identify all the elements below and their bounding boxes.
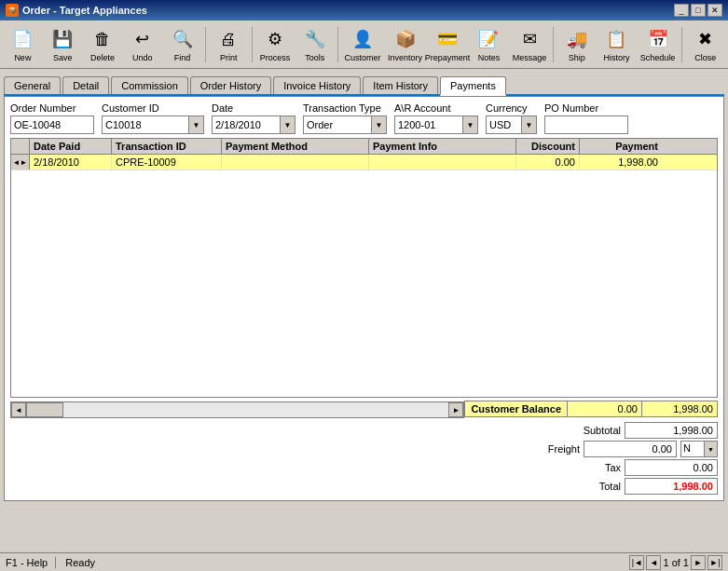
customer-id-wrapper: C10018 ▼	[102, 116, 204, 134]
notes-icon: 📝	[475, 26, 501, 52]
customer-balance-label: Customer Balance	[465, 401, 568, 416]
grid-header: Date Paid Transaction ID Payment Method …	[11, 139, 717, 155]
toolbar-customer-button[interactable]: 👤 Customer	[342, 23, 383, 65]
freight-unit-dropdown[interactable]: ▼	[704, 442, 717, 456]
col-payment-info: Payment Info	[369, 139, 516, 154]
scroll-right-button[interactable]: ►	[448, 402, 463, 417]
toolbar-undo-button[interactable]: ↩ Undo	[123, 23, 161, 65]
help-text: F1 - Help	[6, 557, 48, 568]
toolbar-process-button[interactable]: ⚙ Process	[256, 23, 295, 65]
date-group: Date 2/18/2010 ▼	[212, 102, 295, 134]
maximize-button[interactable]: □	[691, 4, 706, 17]
minimize-button[interactable]: _	[674, 4, 689, 17]
transaction-type-dropdown[interactable]: ▼	[371, 116, 386, 133]
grid-body: ◄► 2/18/2010 CPRE-10009 0.00 1,998.00	[11, 155, 717, 397]
tab-item-history[interactable]: Item History	[363, 76, 438, 94]
window-close-button[interactable]: ✕	[707, 4, 722, 17]
toolbar-delete-button[interactable]: 🗑 Delete	[84, 23, 122, 65]
cell-payment-method	[222, 155, 369, 170]
payments-grid: Date Paid Transaction ID Payment Method …	[10, 138, 718, 398]
freight-label: Freight	[524, 443, 580, 455]
tax-row: Tax	[565, 459, 718, 476]
toolbar-find-button[interactable]: 🔍 Find	[163, 23, 201, 65]
ar-account-group: A\R Account 1200-01 ▼	[394, 102, 478, 134]
page-info: 1 of 1	[663, 557, 689, 568]
total-input[interactable]	[625, 478, 718, 495]
totals-section: Subtotal Freight N ▼ Tax Total	[10, 422, 718, 495]
first-page-button[interactable]: |◄	[629, 555, 644, 570]
toolbar-new-button[interactable]: 📄 New	[4, 23, 42, 65]
freight-input[interactable]	[584, 441, 677, 457]
status-text: Ready	[65, 557, 95, 568]
customer-id-group: Customer ID C10018 ▼	[102, 102, 204, 134]
tab-detail[interactable]: Detail	[62, 76, 109, 94]
toolbar-ship-button[interactable]: 🚚 Ship	[557, 23, 596, 65]
toolbar-schedule-button[interactable]: 📅 Schedule	[638, 23, 679, 65]
customer-balance-discount: 0.00	[568, 401, 642, 416]
customer-balance-payment: 1,998.00	[642, 401, 717, 416]
app-icon: 📦	[6, 4, 19, 17]
next-page-button[interactable]: ►	[691, 555, 706, 570]
window-title: Order - Target Appliances	[22, 5, 147, 16]
customer-id-label: Customer ID	[102, 102, 204, 114]
toolbar-close-button[interactable]: ✖ Close	[686, 23, 724, 65]
new-icon: 📄	[9, 26, 35, 52]
ar-account-wrapper: 1200-01 ▼	[394, 116, 478, 134]
prev-page-button[interactable]: ◄	[646, 555, 661, 570]
main-window: General Detail Commission Order History …	[0, 69, 728, 505]
po-number-group: PO Number	[544, 102, 628, 134]
undo-icon: ↩	[130, 26, 156, 52]
row-indicator: ◄►	[11, 155, 30, 170]
tax-input[interactable]	[625, 459, 718, 476]
toolbar-inventory-button[interactable]: 📦 Inventory	[385, 23, 425, 65]
currency-wrapper: USD ▼	[486, 116, 537, 134]
tab-payments[interactable]: Payments	[440, 76, 506, 96]
tab-general[interactable]: General	[4, 76, 61, 94]
order-number-input[interactable]	[10, 116, 94, 134]
customer-balance-row: Customer Balance 0.00 1,998.00	[464, 401, 718, 417]
schedule-icon: 📅	[645, 26, 671, 52]
horizontal-scrollbar[interactable]: ◄ ►	[10, 401, 464, 418]
po-number-input[interactable]	[544, 116, 628, 134]
ar-account-dropdown[interactable]: ▼	[462, 116, 477, 133]
cell-date-paid: 2/18/2010	[30, 155, 112, 170]
currency-group: Currency USD ▼	[486, 102, 537, 134]
subtotal-input[interactable]	[625, 422, 718, 439]
tab-invoice-history[interactable]: Invoice History	[273, 76, 361, 94]
toolbar-prepayment-button[interactable]: 💳 Prepayment	[427, 23, 468, 65]
date-value: 2/18/2010	[213, 118, 280, 131]
date-dropdown[interactable]: ▼	[280, 116, 295, 133]
col-date-paid: Date Paid	[30, 139, 112, 154]
scroll-left-button[interactable]: ◄	[11, 402, 26, 417]
toolbar-tools-button[interactable]: 🔧 Tools	[295, 23, 334, 65]
page-nav: |◄ ◄ 1 of 1 ► ►|	[629, 555, 722, 570]
tab-commission[interactable]: Commission	[111, 76, 188, 94]
customer-id-dropdown[interactable]: ▼	[188, 116, 203, 133]
toolbar-notes-button[interactable]: 📝 Notes	[470, 23, 508, 65]
freight-row: Freight N ▼	[524, 441, 718, 457]
scroll-thumb[interactable]	[26, 402, 63, 417]
toolbar-save-button[interactable]: 💾 Save	[44, 23, 82, 65]
transaction-type-label: Transaction Type	[303, 102, 387, 114]
form-area: Order Number Customer ID C10018 ▼ Date 2…	[4, 96, 724, 501]
cell-payment: 1,998.00	[580, 155, 662, 170]
ar-account-value: 1200-01	[395, 118, 462, 131]
date-wrapper: 2/18/2010 ▼	[212, 116, 295, 134]
date-label: Date	[212, 102, 295, 114]
order-number-label: Order Number	[10, 102, 94, 114]
col-discount: Discount	[516, 139, 580, 154]
col-payment-method: Payment Method	[222, 139, 369, 154]
currency-dropdown[interactable]: ▼	[521, 116, 536, 133]
cell-payment-info	[369, 155, 516, 170]
toolbar-history-button[interactable]: 📋 History	[598, 23, 636, 65]
last-page-button[interactable]: ►|	[707, 555, 722, 570]
toolbar-print-button[interactable]: 🖨 Print	[210, 23, 248, 65]
tab-order-history[interactable]: Order History	[190, 76, 271, 94]
transaction-type-group: Transaction Type Order ▼	[303, 102, 387, 134]
total-label: Total	[565, 481, 621, 492]
currency-value: USD	[487, 118, 521, 131]
toolbar-message-button[interactable]: ✉ Message	[510, 23, 550, 65]
inventory-icon: 📦	[392, 26, 419, 52]
ar-account-label: A\R Account	[394, 102, 478, 114]
table-row[interactable]: ◄► 2/18/2010 CPRE-10009 0.00 1,998.00	[11, 155, 717, 170]
